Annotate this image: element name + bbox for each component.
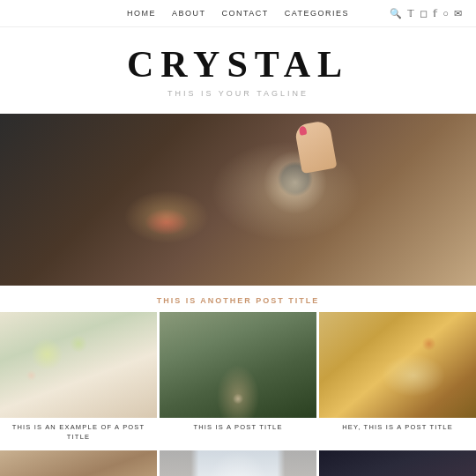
email-icon[interactable]: ✉ xyxy=(454,8,462,19)
post-grid-row2 xyxy=(0,450,476,477)
nav-social-icons: 🔍 𝕋 ◻ 𝕗 ○ ✉ xyxy=(390,8,462,19)
nav-home[interactable]: HOME xyxy=(127,9,156,18)
list-item[interactable] xyxy=(319,450,476,477)
nav-links: HOME ABOUT CONTACT CATEGORIES xyxy=(127,9,349,18)
post-image-cafe xyxy=(160,312,316,418)
site-header: CRYSTAL THIS IS YOUR TAGLINE xyxy=(0,27,476,105)
nav-about[interactable]: ABOUT xyxy=(172,9,206,18)
nav-contact[interactable]: CONTACT xyxy=(221,9,268,18)
site-tagline: THIS IS YOUR TAGLINE xyxy=(9,89,467,98)
facebook-icon[interactable]: 𝕗 xyxy=(433,8,437,19)
nav-categories[interactable]: CATEGORIES xyxy=(285,9,349,18)
list-item[interactable]: THIS IS A POST TITLE xyxy=(160,312,316,448)
site-title: CRYSTAL xyxy=(9,43,467,86)
post-caption: HEY, THIS IS A POST TITLE xyxy=(319,418,476,437)
featured-post-title[interactable]: THIS IS ANOTHER POST TITLE xyxy=(0,286,476,312)
navigation: HOME ABOUT CONTACT CATEGORIES 🔍 𝕋 ◻ 𝕗 ○ … xyxy=(0,0,476,27)
post-caption: THIS IS AN EXAMPLE OF A POST TITLE xyxy=(0,418,157,448)
list-item[interactable]: HEY, THIS IS A POST TITLE xyxy=(319,312,476,448)
post-image-food xyxy=(319,312,476,418)
list-item[interactable] xyxy=(160,450,316,477)
pinterest-icon[interactable]: ○ xyxy=(443,8,449,19)
hero-image[interactable] xyxy=(0,114,476,286)
twitter-icon[interactable]: 𝕋 xyxy=(407,8,414,19)
post-image-dog-car xyxy=(319,450,476,477)
post-image-coffee-hand xyxy=(0,450,157,477)
search-icon[interactable]: 🔍 xyxy=(390,8,402,19)
list-item[interactable]: THIS IS AN EXAMPLE OF A POST TITLE xyxy=(0,312,157,448)
instagram-icon[interactable]: ◻ xyxy=(420,8,428,19)
post-grid-row1: THIS IS AN EXAMPLE OF A POST TITLE THIS … xyxy=(0,312,476,450)
post-image-room xyxy=(160,450,316,477)
list-item[interactable] xyxy=(0,450,157,477)
post-image-flowers xyxy=(0,312,157,418)
post-caption: THIS IS A POST TITLE xyxy=(160,418,316,437)
